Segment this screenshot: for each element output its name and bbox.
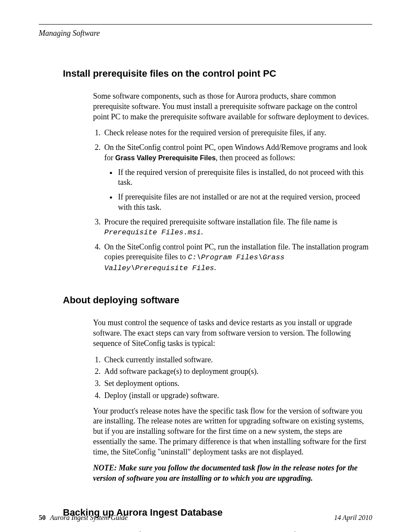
list-item: Procure the required prerequisite softwa… <box>103 217 372 238</box>
list-item: On the SiteConfig control point PC, open… <box>103 143 372 213</box>
install-steps-list: Check release notes for the required ver… <box>103 128 372 273</box>
list-item: If the required version of prerequisite … <box>117 168 372 188</box>
footer-date: 14 April 2010 <box>334 514 372 522</box>
text: Procure the required prerequisite softwa… <box>104 218 337 226</box>
list-item: Deploy (install or upgrade) software. <box>103 391 372 401</box>
page-content: Install prerequisite files on the contro… <box>39 68 372 532</box>
list-item: Check currently installed software. <box>103 355 372 365</box>
filename-mono: Prerequisite Files.msi <box>104 228 201 236</box>
note-paragraph: NOTE: Make sure you follow the documente… <box>93 463 372 484</box>
text: , then proceed as follows: <box>216 153 295 162</box>
section-about-deploying-body: You must control the sequence of tasks a… <box>93 318 372 484</box>
intro-paragraph: You must control the sequence of tasks a… <box>93 318 372 348</box>
section-backing-up-body: It is advisable for users to back up the… <box>93 530 372 532</box>
heading-about-deploying: About deploying software <box>63 295 372 306</box>
section-install-prereq-body: Some software components, such as those … <box>93 91 372 273</box>
header-rule <box>39 24 372 25</box>
page-number: 50 <box>39 514 46 521</box>
text: . <box>201 227 203 236</box>
text: . <box>214 263 216 272</box>
paragraph: Your product's release notes have the sp… <box>93 406 372 457</box>
list-item: If prerequisite files are not installed … <box>117 192 372 213</box>
list-item: Check release notes for the required ver… <box>103 128 372 138</box>
list-item: Add software package(s) to deployment gr… <box>103 367 372 377</box>
page-footer: 50Aurora Ingest System Guide 14 April 20… <box>39 514 372 522</box>
intro-paragraph: It is advisable for users to back up the… <box>93 530 372 532</box>
intro-paragraph: Some software components, such as those … <box>93 91 372 122</box>
deploy-steps-list: Check currently installed software. Add … <box>103 355 372 401</box>
footer-left: 50Aurora Ingest System Guide <box>39 514 128 522</box>
product-name-bold: Grass Valley Prerequisite Files <box>115 154 216 162</box>
heading-install-prereq: Install prerequisite files on the contro… <box>63 68 372 79</box>
running-header: Managing Software <box>39 29 372 38</box>
list-item: Set deployment options. <box>103 379 372 389</box>
book-title: Aurora Ingest System Guide <box>50 514 128 521</box>
list-item: On the SiteConfig control point PC, run … <box>103 242 372 274</box>
sub-bullets: If the required version of prerequisite … <box>117 168 372 213</box>
